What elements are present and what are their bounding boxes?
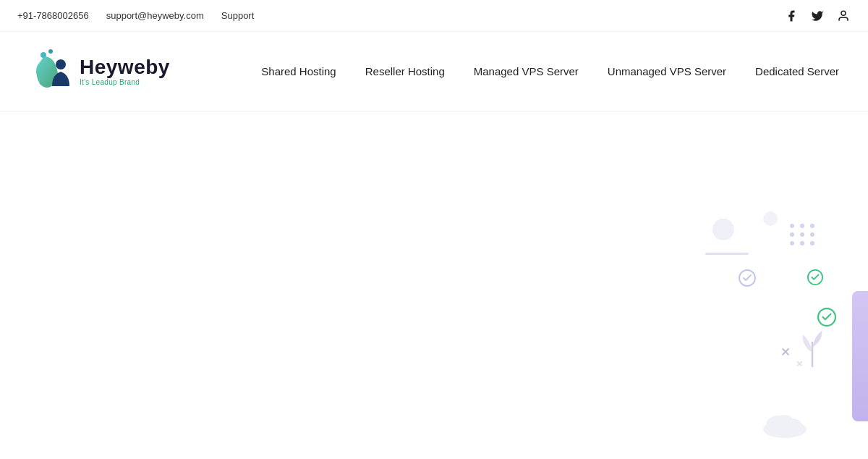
svg-point-5 <box>818 308 835 326</box>
svg-point-2 <box>48 49 53 54</box>
top-bar: +91-7868002656 support@heyweby.com Suppo… <box>0 0 868 32</box>
background-decorations: ✕ ✕ <box>0 111 868 459</box>
deco-line-1 <box>705 253 749 255</box>
deco-plant: ✕ <box>794 327 830 374</box>
logo-icon <box>29 44 80 98</box>
deco-check-circle-1 <box>739 269 756 291</box>
deco-check-circle-3 <box>807 269 823 290</box>
svg-point-0 <box>841 11 846 15</box>
deco-circle-2 <box>763 211 778 226</box>
decorative-dots <box>790 224 816 245</box>
nav-shared-hosting[interactable]: Shared Hosting <box>261 65 336 77</box>
svg-point-6 <box>808 270 822 285</box>
twitter-icon[interactable] <box>810 9 825 23</box>
top-bar-right <box>784 9 851 23</box>
top-bar-left: +91-7868002656 support@heyweby.com Suppo… <box>17 10 254 21</box>
svg-point-12 <box>776 415 793 429</box>
nav-reseller-hosting[interactable]: Reseller Hosting <box>365 65 445 77</box>
deco-cloud <box>760 409 810 441</box>
email-address[interactable]: support@heyweby.com <box>106 10 204 21</box>
svg-point-4 <box>739 270 755 286</box>
deco-circle-1 <box>712 219 734 240</box>
main-nav: Heyweby It's Leadup Brand Shared Hosting… <box>0 32 868 111</box>
svg-point-10 <box>766 416 789 434</box>
svg-point-11 <box>782 418 802 434</box>
svg-point-3 <box>56 59 66 70</box>
phone-number: +91-7868002656 <box>17 10 89 21</box>
logo-tagline: It's Leadup Brand <box>80 78 170 86</box>
facebook-icon[interactable] <box>784 9 799 23</box>
logo-name: Heyweby <box>80 56 170 79</box>
nav-unmanaged-vps[interactable]: Unmanaged VPS Server <box>608 65 726 77</box>
deco-check-circle-2 <box>817 308 836 332</box>
nav-managed-vps[interactable]: Managed VPS Server <box>474 65 579 77</box>
svg-point-9 <box>763 421 807 438</box>
logo-text-area: Heyweby It's Leadup Brand <box>80 56 170 87</box>
logo-area[interactable]: Heyweby It's Leadup Brand <box>29 44 170 98</box>
support-link[interactable]: Support <box>221 10 255 21</box>
svg-text:✕: ✕ <box>796 359 803 369</box>
deco-side-bar <box>852 291 868 421</box>
deco-cross: ✕ <box>780 345 790 359</box>
nav-links: Shared Hosting Reseller Hosting Managed … <box>261 65 839 77</box>
account-icon[interactable] <box>836 9 851 23</box>
nav-dedicated-server[interactable]: Dedicated Server <box>755 65 839 77</box>
